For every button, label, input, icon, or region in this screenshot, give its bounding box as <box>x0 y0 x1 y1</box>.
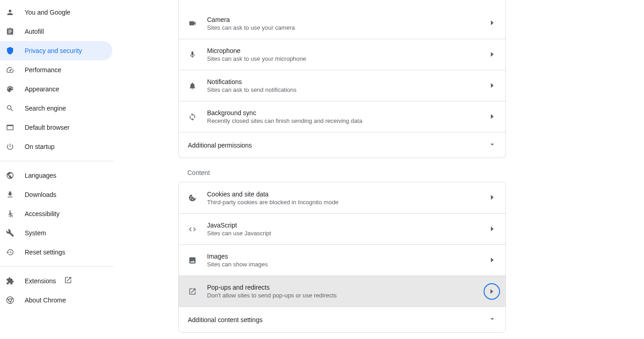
arrow-right-icon <box>488 81 496 90</box>
shield-icon <box>5 46 15 55</box>
row-subtitle: Recently closed sites can finish sending… <box>207 117 488 124</box>
sidebar-item-label: Appearance <box>25 85 59 93</box>
arrow-right-icon <box>488 50 496 59</box>
sidebar-item-label: About Chrome <box>25 297 66 304</box>
sidebar-item-reset-settings[interactable]: Reset settings <box>0 243 112 262</box>
accessibility-icon <box>5 209 15 218</box>
arrow-right-icon <box>488 225 496 234</box>
sidebar-item-default-browser[interactable]: Default browser <box>0 118 112 137</box>
person-icon <box>5 8 15 17</box>
settings-main-content: CameraSites can ask to use your cameraMi… <box>178 0 506 339</box>
row-title: Images <box>207 253 488 260</box>
additional-content-settings-row[interactable]: Additional content settings <box>179 307 506 332</box>
search-icon <box>5 104 15 113</box>
sidebar-item-label: Privacy and security <box>25 47 82 54</box>
sidebar-item-label: Accessibility <box>25 210 59 217</box>
row-subtitle: Sites can show images <box>207 261 488 268</box>
row-subtitle: Sites can use Javascript <box>207 230 488 237</box>
sidebar-item-privacy-security[interactable]: Privacy and security <box>0 41 112 60</box>
sidebar-item-autofill[interactable]: Autofill <box>0 22 112 41</box>
sidebar-item-label: System <box>25 229 46 237</box>
sidebar-item-you-and-google[interactable]: You and Google <box>0 3 112 22</box>
sidebar-item-appearance[interactable]: Appearance <box>0 79 112 99</box>
code-icon <box>188 225 197 234</box>
sidebar-item-label: On startup <box>25 143 54 150</box>
bell-icon <box>188 81 197 90</box>
settings-row-cookies[interactable]: Cookies and site dataThird-party cookies… <box>179 182 506 213</box>
camera-icon <box>188 19 197 28</box>
arrow-right-icon <box>488 256 496 265</box>
globe-icon <box>5 171 15 180</box>
row-subtitle: Sites can ask to use your microphone <box>207 55 488 62</box>
row-subtitle: Third-party cookies are blocked in Incog… <box>207 199 488 206</box>
settings-row-images[interactable]: ImagesSites can show images <box>179 244 506 275</box>
additional-permissions-row[interactable]: Additional permissions <box>179 132 506 158</box>
settings-row-notifications[interactable]: NotificationsSites can ask to send notif… <box>179 70 506 101</box>
settings-row-javascript[interactable]: JavaScriptSites can use Javascript <box>179 213 506 244</box>
row-text: Background syncRecently closed sites can… <box>207 109 488 124</box>
arrow-right-icon <box>488 193 496 202</box>
chevron-down-icon <box>488 315 496 325</box>
arrow-right-icon <box>488 19 496 28</box>
sidebar-item-label: Performance <box>25 66 61 74</box>
row-subtitle: Sites can ask to send notifications <box>207 86 488 93</box>
row-text: ImagesSites can show images <box>207 253 488 268</box>
sidebar-item-label: Extensions <box>25 277 56 285</box>
power-icon <box>5 142 15 151</box>
speedometer-icon <box>5 65 15 74</box>
arrow-right-icon <box>484 283 500 300</box>
sidebar-item-label: Default browser <box>25 124 69 131</box>
sidebar-item-languages[interactable]: Languages <box>0 166 112 185</box>
sidebar-item-label: Autofill <box>25 28 44 35</box>
chrome-icon <box>5 296 15 305</box>
popup-icon <box>188 287 197 296</box>
row-subtitle: Sites can ask to use your camera <box>207 24 488 31</box>
sidebar-item-system[interactable]: System <box>0 223 112 243</box>
sidebar-item-accessibility[interactable]: Accessibility <box>0 204 112 223</box>
clipboard-icon <box>5 27 15 36</box>
sidebar-item-performance[interactable]: Performance <box>0 60 112 79</box>
download-icon <box>5 190 15 199</box>
sidebar-item-label: You and Google <box>25 9 70 16</box>
external-link-icon <box>64 276 72 286</box>
partial-row-above[interactable] <box>179 0 506 8</box>
sidebar-item-about-chrome[interactable]: About Chrome <box>0 291 112 310</box>
row-text: CameraSites can ask to use your camera <box>207 16 488 31</box>
sidebar-divider <box>0 266 113 267</box>
row-title: JavaScript <box>207 222 488 229</box>
settings-row-background-sync[interactable]: Background syncRecently closed sites can… <box>179 101 506 132</box>
image-icon <box>188 256 197 265</box>
sidebar-item-extensions[interactable]: Extensions <box>0 271 112 291</box>
sidebar-item-on-startup[interactable]: On startup <box>0 137 112 156</box>
puzzle-icon <box>5 276 15 286</box>
row-text: Cookies and site dataThird-party cookies… <box>207 191 488 206</box>
settings-row-microphone[interactable]: MicrophoneSites can ask to use your micr… <box>179 39 506 70</box>
additional-content-label: Additional content settings <box>188 316 262 323</box>
sidebar-item-label: Search engine <box>25 105 66 112</box>
sidebar-item-label: Reset settings <box>25 249 65 256</box>
row-title: Notifications <box>207 78 488 85</box>
browser-icon <box>5 123 15 132</box>
row-text: MicrophoneSites can ask to use your micr… <box>207 47 488 62</box>
content-card: Cookies and site dataThird-party cookies… <box>178 182 506 333</box>
mic-icon <box>188 50 197 59</box>
row-title: Background sync <box>207 109 488 117</box>
palette-icon <box>5 85 15 94</box>
sidebar-item-downloads[interactable]: Downloads <box>0 185 112 204</box>
row-text: JavaScriptSites can use Javascript <box>207 222 488 237</box>
row-text: Pop-ups and redirectsDon't allow sites t… <box>207 284 484 299</box>
settings-row-camera[interactable]: CameraSites can ask to use your camera <box>179 8 506 39</box>
sidebar-item-label: Languages <box>25 172 56 179</box>
arrow-right-icon <box>488 112 496 122</box>
row-text: NotificationsSites can ask to send notif… <box>207 78 488 93</box>
additional-permissions-label: Additional permissions <box>188 142 252 149</box>
chevron-down-icon <box>488 140 496 150</box>
settings-row-popups[interactable]: Pop-ups and redirectsDon't allow sites t… <box>179 275 506 307</box>
row-title: Microphone <box>207 47 488 54</box>
wrench-icon <box>5 228 15 238</box>
content-section-header: Content <box>178 169 506 176</box>
permissions-card: CameraSites can ask to use your cameraMi… <box>178 0 506 158</box>
sidebar-item-label: Downloads <box>25 191 56 198</box>
row-subtitle: Don't allow sites to send pop-ups or use… <box>207 292 484 299</box>
sidebar-item-search-engine[interactable]: Search engine <box>0 99 112 118</box>
